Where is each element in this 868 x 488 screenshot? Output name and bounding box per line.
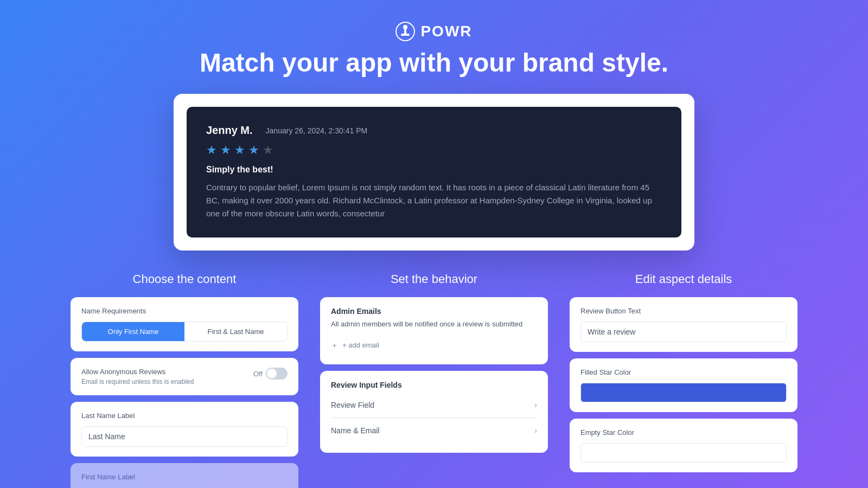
name-email-row[interactable]: Name & Email › (331, 418, 537, 443)
name-requirements-label: Name Requirements (81, 307, 288, 315)
logo-icon (395, 22, 415, 41)
admin-emails-title: Admin Emails (331, 307, 537, 316)
name-toggle: Only First Name First & Last Name (81, 322, 288, 342)
svg-rect-3 (401, 34, 410, 36)
first-name-label-panel: First Name Label (71, 463, 298, 488)
review-field-row[interactable]: Review Field › (331, 393, 537, 418)
stars-row: ★ ★ ★ ★ ★ (206, 143, 662, 157)
last-name-input[interactable] (81, 426, 288, 447)
anonymous-sublabel: Email is required unless this is enabled (81, 378, 194, 386)
review-field-label: Review Field (331, 401, 374, 409)
logo: POWR (0, 22, 868, 41)
headline: Match your app with your brand style. (0, 48, 868, 78)
empty-star-color-label: Empty Star Color (580, 428, 787, 436)
plus-icon: ＋ (331, 341, 338, 350)
behavior-column: Set the behavior Admin Emails All admin … (320, 272, 548, 488)
svg-point-1 (403, 25, 407, 29)
toggle-switch-control[interactable] (266, 368, 288, 380)
name-requirements-panel: Name Requirements Only First Name First … (71, 297, 298, 351)
name-email-label: Name & Email (331, 426, 379, 435)
first-name-label-label: First Name Label (81, 473, 288, 481)
filled-star-color-panel: Filled Star Color (570, 358, 797, 412)
add-email-label: + add email (342, 341, 379, 349)
star-1: ★ (206, 143, 217, 157)
star-2: ★ (220, 143, 231, 157)
review-card: Jenny M. January 26, 2024, 2:30:41 PM ★ … (187, 107, 681, 237)
review-date: January 26, 2024, 2:30:41 PM (266, 126, 368, 135)
preview-wrapper: Jenny M. January 26, 2024, 2:30:41 PM ★ … (174, 94, 694, 251)
star-4: ★ (248, 143, 259, 157)
review-button-text-input[interactable] (580, 322, 787, 342)
columns: Choose the content Name Requirements Onl… (0, 272, 868, 488)
toggle-off-label: Off (253, 370, 263, 378)
only-first-name-btn[interactable]: Only First Name (82, 322, 184, 341)
star-3: ★ (234, 143, 245, 157)
page-header: POWR Match your app with your brand styl… (0, 0, 868, 94)
admin-emails-panel: Admin Emails All admin members will be n… (320, 297, 548, 364)
review-button-text-panel: Review Button Text (570, 297, 797, 352)
first-last-name-btn[interactable]: First & Last Name (184, 322, 287, 341)
anonymous-info: Allow Anonymous Reviews Email is require… (81, 368, 194, 386)
admin-emails-desc: All admin members will be notified once … (331, 319, 537, 330)
filled-star-color-label: Filled Star Color (580, 368, 787, 376)
star-5: ★ (263, 143, 273, 157)
last-name-label-label: Last Name Label (81, 412, 288, 420)
anonymous-toggle-switch[interactable]: Off (253, 368, 288, 380)
last-name-label-panel: Last Name Label (71, 402, 298, 457)
review-input-fields-title: Review Input Fields (331, 381, 537, 389)
review-title: Simply the best! (206, 165, 662, 175)
review-button-text-label: Review Button Text (580, 307, 787, 315)
behavior-column-title: Set the behavior (320, 272, 548, 286)
filled-star-color-swatch[interactable] (580, 383, 787, 402)
anonymous-toggle-row: Allow Anonymous Reviews Email is require… (81, 368, 288, 386)
aspect-column-title: Edit aspect details (570, 272, 797, 286)
aspect-column: Edit aspect details Review Button Text F… (570, 272, 797, 488)
chevron-right-icon-2: › (534, 426, 537, 435)
chevron-right-icon-1: › (534, 400, 537, 410)
empty-star-color-swatch[interactable] (580, 443, 787, 463)
add-email-row[interactable]: ＋ + add email (331, 336, 537, 355)
content-column: Choose the content Name Requirements Onl… (71, 272, 298, 488)
anonymous-reviews-panel: Allow Anonymous Reviews Email is require… (71, 358, 298, 395)
review-body: Contrary to popular belief, Lorem Ipsum … (206, 181, 662, 220)
anonymous-label: Allow Anonymous Reviews (81, 368, 194, 376)
empty-star-color-panel: Empty Star Color (570, 419, 797, 472)
content-column-title: Choose the content (71, 272, 298, 286)
review-input-fields-panel: Review Input Fields Review Field › Name … (320, 371, 548, 453)
review-header: Jenny M. January 26, 2024, 2:30:41 PM (206, 124, 662, 137)
reviewer-name: Jenny M. (206, 124, 253, 137)
logo-text: POWR (420, 23, 472, 40)
